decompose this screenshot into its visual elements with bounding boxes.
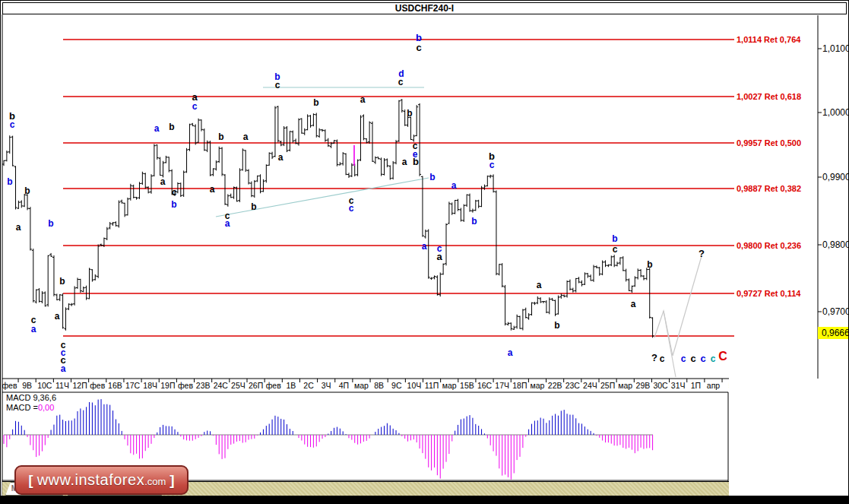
current-price-label: 0,9666 — [822, 328, 849, 338]
x-axis-date-label: 23С — [565, 381, 581, 390]
x-axis-date-label: 17Ч — [495, 381, 509, 390]
elliott-wave-label: b — [7, 176, 12, 187]
elliott-wave-label: b — [429, 172, 435, 182]
fib-level-label: 1,0114 Ret 0,764 — [737, 35, 801, 44]
macd-settings-label: MACD 9,36,6 — [6, 393, 56, 403]
x-axis-date-label: 25Ч — [231, 381, 246, 390]
question-mark-annotation: ? — [699, 248, 705, 259]
x-axis-date-label: 16С — [477, 381, 493, 390]
x-axis-date-label: фев — [266, 381, 281, 390]
macd-indicator-labels: MACD 9,36,6 MACD =0,00 — [6, 393, 56, 413]
x-axis-date-label: 31Ч — [671, 381, 686, 390]
x-axis-date-label: 16В — [108, 381, 122, 390]
elliott-wave-label: a — [154, 123, 160, 134]
elliott-wave-label: b — [59, 276, 65, 287]
elliott-wave-label: b — [612, 233, 617, 244]
x-axis-date-label: 30С — [653, 381, 668, 390]
elliott-wave-label: c — [690, 353, 695, 364]
x-axis-date-label: 10Ч — [407, 381, 422, 390]
x-axis-date-label: 23В — [196, 381, 211, 390]
elliott-wave-label: C — [718, 350, 727, 363]
elliott-wave-label: a — [360, 94, 366, 105]
elliott-wave-label: a — [225, 218, 230, 229]
x-axis-date-label: фев — [90, 381, 105, 390]
x-axis-date-label: 24Ч — [583, 381, 597, 390]
elliott-wave-label: c — [172, 187, 177, 198]
macd-value-prefix: MACD = — [6, 403, 38, 412]
price-axis-tick-label: 1,0000 — [822, 107, 849, 118]
elliott-wave-label: b — [48, 218, 53, 229]
logo-bracket-close: ] — [166, 472, 178, 489]
question-mark-annotation: ? — [651, 352, 657, 363]
x-axis-date-label: 3Ч — [322, 381, 331, 390]
x-axis-date-label: 19П — [160, 381, 175, 390]
fib-level-label: 0,9800 Ret 0,236 — [737, 241, 801, 250]
elliott-wave-label: a — [16, 222, 21, 233]
elliott-wave-label: c — [489, 160, 495, 170]
elliott-wave-label: c — [10, 119, 15, 130]
fib-level-label: 0,9727 Ret 0,114 — [737, 289, 801, 298]
x-axis-label-row: фев9В10С11Ч12Пфев16В17С18Ч19Пфев23В24С25… — [2, 379, 733, 390]
elliott-wave-label: a — [210, 184, 215, 195]
macd-value: 0,00 — [38, 403, 54, 412]
elliott-wave-label: c — [681, 353, 686, 364]
x-axis-date-label: мар — [531, 381, 545, 390]
projection-zigzag-line — [654, 256, 702, 356]
x-axis-date-label: 22В — [548, 381, 562, 390]
elliott-wave-label: a — [508, 347, 513, 358]
x-axis-date-label: 1П — [691, 381, 701, 390]
fib-level-label: 0,9887 Ret 0,382 — [737, 184, 801, 193]
elliott-wave-label: a — [55, 311, 60, 322]
elliott-wave-label: c — [275, 80, 280, 90]
x-axis-date-label: 12П — [72, 381, 87, 390]
x-axis-date-label: 5 — [729, 381, 733, 390]
x-axis-date-label: мар — [354, 381, 369, 390]
elliott-wave-label: c — [398, 77, 404, 87]
price-axis-tick-label: 1,0100 — [822, 43, 849, 54]
x-axis-date-label: фев — [2, 381, 17, 390]
chart-canvas[interactable]: 1,0114 Ret 0,7641,0027 Ret 0,6180,9957 R… — [1, 1, 849, 504]
instaforex-logo: [ www.instaforex .com ] — [14, 465, 188, 495]
x-axis-date-label: мар — [442, 381, 457, 390]
elliott-wave-label: c — [711, 353, 716, 364]
logo-domain-text: www.instaforex — [37, 471, 145, 489]
price-axis-tick-label: 0,9800 — [822, 239, 849, 250]
x-axis-date-label: 17С — [125, 381, 141, 390]
trendline — [216, 178, 429, 217]
x-axis-date-label: 18П — [512, 381, 527, 390]
bottom-black-bar — [1, 496, 849, 504]
x-axis-date-label: 25П — [600, 381, 615, 390]
fib-level-label: 0,9957 Ret 0,500 — [737, 138, 801, 147]
price-axis-tick-label: 0,9900 — [822, 172, 849, 182]
x-axis-date-label: фев — [178, 381, 193, 390]
x-axis-date-label: 26П — [249, 381, 263, 390]
elliott-wave-label: c — [700, 353, 705, 364]
x-axis-date-label: 11Ч — [55, 381, 69, 390]
logo-tld-text: .com — [144, 476, 166, 487]
elliott-wave-label: c — [349, 203, 354, 214]
x-axis-date-label: 2С — [303, 381, 314, 390]
x-axis-date-label: 18Ч — [143, 381, 157, 390]
elliott-wave-label: b — [313, 97, 318, 108]
elliott-wave-label: a — [402, 157, 407, 167]
elliott-wave-label: a — [160, 176, 166, 187]
elliott-wave-label: c — [613, 244, 618, 255]
elliott-wave-label: a — [61, 363, 66, 374]
elliott-wave-label: b — [407, 108, 412, 119]
elliott-wave-label: a — [31, 324, 36, 334]
x-axis-date-label: 10С — [37, 381, 52, 390]
x-axis-date-label: 9В — [22, 381, 32, 390]
elliott-wave-label: b — [554, 320, 559, 331]
x-axis-date-label: 11П — [425, 381, 439, 390]
elliott-wave-label: a — [537, 280, 542, 290]
x-axis-date-label: апр — [707, 381, 721, 390]
elliott-wave-label: b — [169, 122, 174, 132]
x-axis-date-label: 8В — [374, 381, 384, 390]
elliott-wave-label: c — [416, 42, 421, 53]
x-axis-date-label: 4П — [339, 381, 349, 390]
x-axis-date-label: 9С — [391, 381, 402, 390]
elliott-wave-label: b — [647, 259, 652, 270]
elliott-wave-label: a — [422, 241, 427, 252]
elliott-wave-label: b — [218, 132, 223, 142]
elliott-wave-label: a — [451, 180, 457, 191]
